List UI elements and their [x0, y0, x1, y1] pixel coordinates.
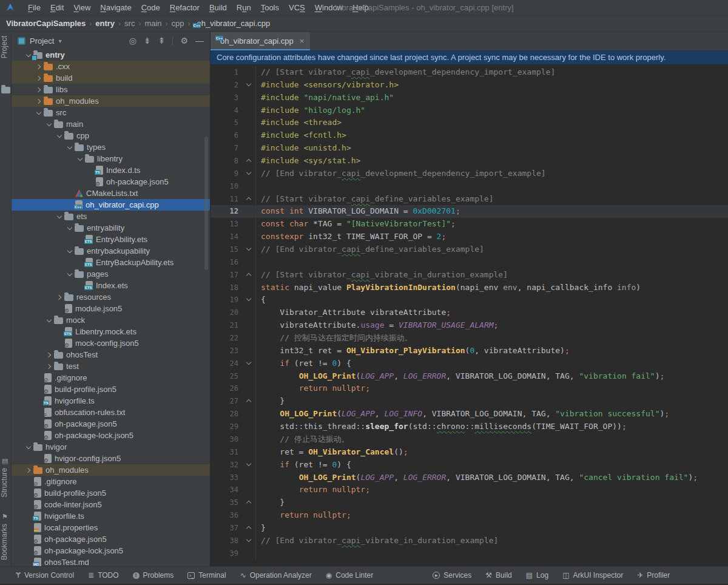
fold-expand-icon[interactable] [246, 537, 252, 543]
tree-row[interactable]: .cxx [12, 61, 210, 72]
line-number[interactable]: 4 [211, 104, 243, 117]
line-number[interactable]: 35 [211, 496, 243, 509]
breadcrumb-item[interactable]: C++oh_vibrator_capi.cpp [194, 19, 271, 28]
code-line[interactable]: 28 OH_LOG_Print(LOG_APP, LOG_INFO, VIBRA… [211, 408, 728, 421]
tree-row[interactable]: ⚙mock-config.json5 [12, 337, 210, 349]
chevron-collapsed-icon[interactable] [46, 363, 53, 370]
tree-row[interactable]: cpp [12, 130, 210, 141]
line-number[interactable]: 13 [211, 218, 243, 231]
hide-icon[interactable]: — [195, 36, 204, 45]
tree-row[interactable]: ⚙build-profile.json5 [12, 487, 210, 499]
fold-end-icon[interactable] [246, 158, 252, 164]
toolwindow-button-todo[interactable]: ≣TODO [88, 571, 119, 580]
line-number[interactable]: 5 [211, 117, 243, 129]
tree-row[interactable]: ⚙oh-package.json5 [12, 533, 210, 545]
code-line[interactable]: 33 OH_LOG_Print(LOG_APP, LOG_ERROR, VIBR… [211, 472, 728, 484]
line-number[interactable]: 22 [211, 332, 243, 345]
line-number[interactable]: 2 [211, 79, 243, 92]
line-number[interactable]: 14 [211, 231, 243, 243]
code-line[interactable]: 20 Vibrator_Attribute vibrateAttribute; [211, 306, 728, 319]
tree-row[interactable]: entrybackupability [12, 245, 210, 257]
code-line[interactable]: 15// [End vibrator_capi_define_variables… [211, 243, 728, 256]
chevron-down-icon[interactable]: ▾ [58, 38, 61, 44]
code-line[interactable]: 3#include "napi/native_api.h" [211, 92, 728, 104]
line-number[interactable]: 7 [211, 142, 243, 155]
menu-item-build[interactable]: Build [204, 0, 232, 16]
tree-row[interactable]: ⚙code-linter.json5 [12, 499, 210, 510]
toolwindow-button-project[interactable]: Project [0, 36, 12, 58]
fold-end-icon[interactable] [246, 197, 252, 203]
toolwindow-button-terminal[interactable]: >_Terminal [187, 571, 226, 580]
fold-end-icon[interactable] [246, 500, 252, 506]
fold-expand-icon[interactable] [246, 170, 252, 176]
tree-row[interactable]: ETSEntryAbility.ets [12, 234, 210, 245]
line-number[interactable]: 29 [211, 421, 243, 433]
line-number[interactable]: 33 [211, 472, 243, 484]
toolwindow-button-arkui-inspector[interactable]: ◫ArkUI Inspector [562, 571, 623, 580]
code-line[interactable]: 31 ret = OH_Vibrator_Cancel(); [211, 446, 728, 459]
tree-row[interactable]: main [12, 118, 210, 130]
code-line[interactable]: 27 } [211, 395, 728, 408]
code-line[interactable]: 2#include <sensors/vibrator.h> [211, 79, 728, 92]
line-number[interactable]: 8 [211, 155, 243, 167]
chevron-expanded-icon[interactable] [66, 271, 73, 278]
breadcrumb-item[interactable]: src [124, 19, 135, 28]
code-line[interactable]: 14constexpr int32_t TIME_WAIT_FOR_OP = 2… [211, 231, 728, 243]
breadcrumb-item[interactable]: VibratorCapiSamples [6, 19, 86, 28]
tree-row[interactable]: ⚙module.json5 [12, 303, 210, 314]
chevron-expanded-icon[interactable] [66, 144, 73, 151]
code-line[interactable]: 21 vibrateAttribute.usage = VIBRATOR_USA… [211, 319, 728, 332]
tree-row[interactable]: mock [12, 314, 210, 326]
tree-row[interactable]: resources [12, 291, 210, 303]
fold-expand-icon[interactable] [246, 81, 252, 87]
breadcrumb-item[interactable]: cpp [172, 19, 184, 28]
tree-row[interactable]: libentry [12, 153, 210, 164]
line-number[interactable]: 25 [211, 370, 243, 383]
fold-expand-icon[interactable] [246, 246, 252, 252]
tree-row[interactable]: libs [12, 84, 210, 95]
menu-item-view[interactable]: View [69, 0, 95, 16]
menu-item-tools[interactable]: Tools [256, 0, 284, 16]
tree-row[interactable]: CMakeLists.txt [12, 188, 210, 199]
chevron-collapsed-icon[interactable] [35, 75, 42, 82]
code-line[interactable]: 8#include <sys/stat.h> [211, 155, 728, 167]
toolwindow-button-code-linter[interactable]: ◉Code Linter [326, 571, 374, 580]
line-number[interactable]: 34 [211, 484, 243, 496]
tree-row[interactable]: local.properties [12, 522, 210, 533]
line-number[interactable]: 9 [211, 167, 243, 180]
tree-row[interactable]: ohosTest [12, 349, 210, 360]
close-icon[interactable]: × [300, 36, 305, 46]
tree-row[interactable]: TShvigorfile.ts [12, 395, 210, 407]
line-number[interactable]: 16 [211, 256, 243, 269]
line-number[interactable]: 12 [211, 205, 243, 218]
tree-row[interactable]: ETSIndex.ets [12, 280, 210, 291]
line-number[interactable]: 27 [211, 395, 243, 408]
tree-row[interactable]: entry [12, 49, 210, 61]
line-number[interactable]: 36 [211, 509, 243, 522]
chevron-expanded-icon[interactable] [56, 213, 63, 220]
line-number[interactable]: 24 [211, 357, 243, 370]
chevron-collapsed-icon[interactable] [56, 294, 63, 301]
line-number[interactable]: 11 [211, 193, 243, 206]
tree-row[interactable]: TSIndex.d.ts [12, 164, 210, 176]
line-number[interactable]: 23 [211, 345, 243, 357]
tree-row[interactable]: ETSLibentry.mock.ets [12, 326, 210, 337]
chevron-expanded-icon[interactable] [66, 225, 73, 232]
code-line[interactable]: 5#include <thread> [211, 117, 728, 129]
code-line[interactable]: 7#include <unistd.h> [211, 142, 728, 155]
code-line[interactable]: 38// [End vibrator_capi_vibrate_in_durat… [211, 535, 728, 547]
locate-icon[interactable]: ◎ [129, 36, 136, 45]
toolwindow-button-problems[interactable]: !Problems [133, 571, 174, 580]
chevron-expanded-icon[interactable] [56, 132, 63, 140]
code-line[interactable]: 6#include <fcntl.h> [211, 129, 728, 142]
code-line[interactable]: 34 return nullptr; [211, 484, 728, 496]
menu-item-navigate[interactable]: Navigate [95, 0, 136, 16]
toolwindow-button-bookmarks[interactable]: Bookmarks [0, 524, 12, 560]
tree-row[interactable]: ⚙oh-package.json5 [12, 418, 210, 430]
breadcrumb-item[interactable]: main [144, 19, 161, 28]
line-number[interactable]: 37 [211, 522, 243, 535]
line-number[interactable]: 39 [211, 547, 243, 560]
tab-oh-vibrator-capi[interactable]: C++ oh_vibrator_capi.cpp × [211, 32, 310, 50]
tree-row[interactable]: types [12, 141, 210, 153]
chevron-expanded-icon[interactable] [46, 121, 53, 128]
